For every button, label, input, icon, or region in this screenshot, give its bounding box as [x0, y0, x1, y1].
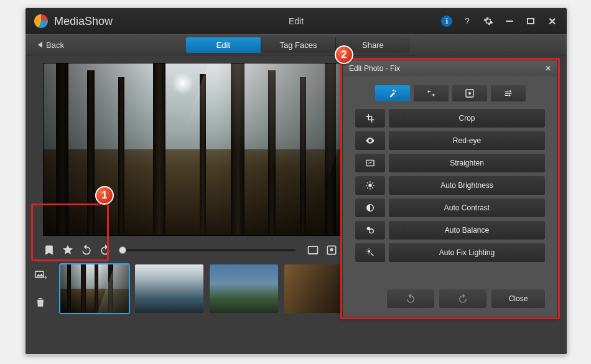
star-icon[interactable] — [62, 244, 74, 256]
tab-adjust[interactable] — [491, 85, 526, 101]
help-icon[interactable]: ? — [461, 15, 473, 27]
edit-photo-panel: Edit Photo - Fix ✕ Crop Red-eye Straight… — [342, 60, 558, 317]
action-label: Straighten — [389, 154, 545, 172]
action-label: Auto Contrast — [389, 198, 545, 217]
eye-icon — [355, 131, 385, 150]
action-red-eye[interactable]: Red-eye — [355, 131, 545, 150]
redo-icon[interactable] — [99, 244, 111, 256]
zoom-slider[interactable] — [123, 249, 296, 251]
tab-effects[interactable] — [452, 85, 487, 101]
svg-point-14 — [368, 250, 370, 253]
panel-titlebar: Edit Photo - Fix ✕ — [343, 60, 557, 77]
action-label: Auto Balance — [389, 221, 545, 240]
tab-magic[interactable] — [375, 85, 410, 101]
thumbnail-2[interactable] — [135, 264, 203, 313]
panel-redo-button[interactable] — [439, 289, 486, 308]
close-button[interactable]: ✕ — [546, 15, 558, 27]
image-canvas[interactable] — [43, 63, 356, 236]
titlebar-controls: ℹ ? ✕ — [441, 15, 567, 27]
balance-icon — [355, 221, 385, 240]
back-label: Back — [46, 40, 64, 50]
svg-text:+: + — [44, 274, 47, 281]
fix-actions: Crop Red-eye Straighten Auto Brightness … — [343, 106, 557, 262]
tab-flip[interactable] — [414, 85, 449, 101]
action-auto-fix-lighting[interactable]: Auto Fix Lighting — [355, 243, 545, 262]
panel-footer: Close — [343, 282, 557, 317]
svg-point-2 — [330, 248, 333, 251]
svg-point-7 — [510, 90, 511, 92]
back-button[interactable]: Back — [32, 38, 70, 52]
delete-button[interactable] — [32, 294, 49, 310]
action-auto-contrast[interactable]: Auto Contrast — [355, 198, 545, 217]
action-straighten[interactable]: Straighten — [355, 154, 545, 172]
svg-point-8 — [508, 95, 510, 96]
action-label: Auto Brightness — [389, 176, 545, 195]
svg-point-13 — [370, 229, 374, 233]
face-icon[interactable] — [325, 244, 338, 256]
fit-icon[interactable] — [307, 244, 319, 256]
action-label: Crop — [389, 109, 545, 128]
navbar: Back Edit Tag Faces Share — [26, 34, 567, 55]
thumbnail-strip — [60, 264, 353, 313]
action-crop[interactable]: Crop — [355, 109, 545, 128]
maximize-button[interactable] — [524, 15, 537, 27]
crop-icon — [355, 109, 385, 128]
contrast-icon — [355, 198, 385, 217]
canvas-toolbar — [43, 242, 356, 258]
titlebar: MediaShow Edit ℹ ? ✕ — [26, 8, 567, 34]
add-photo-button[interactable]: + — [32, 267, 49, 283]
chevron-left-icon — [38, 42, 42, 48]
panel-close-footer-button[interactable]: Close — [491, 289, 545, 308]
action-label: Red-eye — [389, 131, 545, 150]
panel-title-text: Edit Photo - Fix — [349, 64, 400, 73]
action-auto-balance[interactable]: Auto Balance — [355, 221, 545, 240]
undo-icon[interactable] — [80, 244, 93, 256]
info-icon[interactable]: ℹ — [441, 16, 452, 27]
lighting-icon — [355, 243, 385, 262]
app-title: MediaShow — [54, 15, 113, 28]
svg-rect-0 — [309, 246, 318, 254]
annotation-badge-2: 2 — [335, 45, 353, 64]
panel-undo-button[interactable] — [387, 289, 434, 308]
brightness-icon — [355, 176, 385, 195]
mode-tabs: Edit Tag Faces Share — [186, 37, 410, 53]
panel-close-button[interactable]: ✕ — [545, 64, 551, 73]
window-context: Edit — [289, 16, 304, 26]
thumbnail-3[interactable] — [210, 264, 278, 313]
svg-point-10 — [368, 184, 371, 187]
tab-edit[interactable]: Edit — [186, 37, 261, 53]
action-label: Auto Fix Lighting — [389, 243, 545, 262]
action-auto-brightness[interactable]: Auto Brightness — [355, 176, 545, 195]
thumbnail-1[interactable] — [60, 264, 129, 313]
panel-tool-tabs — [343, 77, 557, 106]
tab-tag-faces[interactable]: Tag Faces — [261, 37, 335, 53]
preview-image — [44, 63, 356, 235]
minimize-button[interactable] — [503, 15, 516, 27]
straighten-icon — [355, 154, 385, 172]
annotation-badge-1: 1 — [95, 186, 114, 205]
zoom-handle[interactable] — [119, 246, 126, 254]
svg-rect-3 — [35, 271, 44, 278]
svg-point-6 — [468, 92, 471, 95]
app-logo-icon — [34, 14, 48, 28]
settings-icon[interactable] — [482, 15, 495, 27]
tag-icon[interactable] — [43, 244, 55, 256]
left-sidebar: + — [32, 267, 49, 310]
